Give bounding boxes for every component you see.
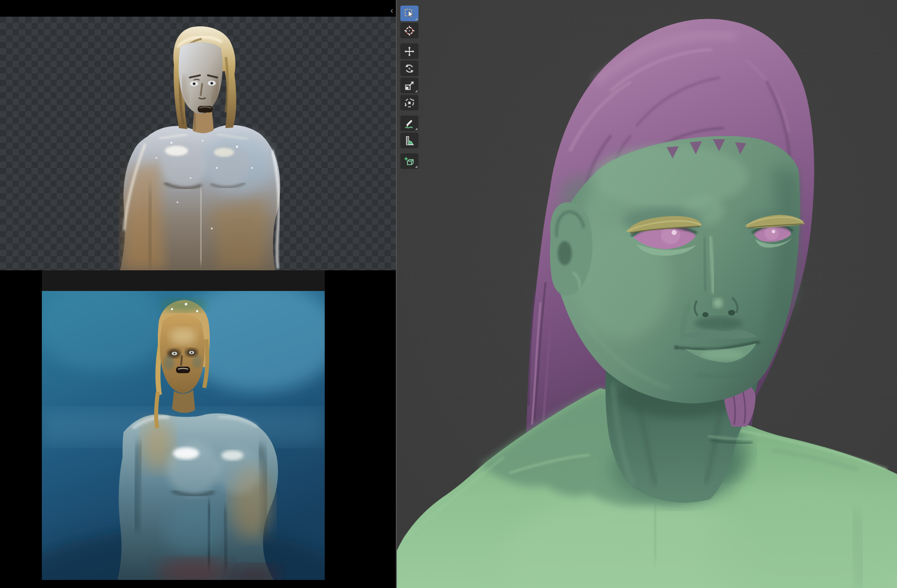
scale-icon bbox=[404, 80, 415, 91]
reference-image-render bbox=[0, 17, 396, 270]
chrome-render-figure bbox=[0, 17, 396, 270]
measure-icon bbox=[404, 135, 415, 146]
panel-collapse-arrow[interactable]: ‹ bbox=[388, 5, 396, 16]
move-icon bbox=[404, 46, 415, 57]
tool-button-annotate[interactable] bbox=[400, 115, 418, 131]
tool-button-add-cube[interactable] bbox=[400, 153, 418, 169]
sculpt-model bbox=[397, 0, 897, 588]
add-cube-icon bbox=[404, 156, 415, 167]
tool-button-rotate[interactable] bbox=[400, 61, 418, 76]
reference-panel: ‹ bbox=[0, 0, 396, 588]
cursor-icon bbox=[404, 25, 415, 36]
app-window: ‹ bbox=[0, 0, 897, 588]
select-box-icon bbox=[404, 8, 415, 19]
tool-button-tweak-select[interactable] bbox=[400, 6, 418, 21]
tool-button-cursor[interactable] bbox=[400, 23, 418, 38]
tool-button-measure[interactable] bbox=[400, 133, 418, 148]
reference-photo-frame bbox=[42, 270, 325, 291]
rotate-icon bbox=[404, 63, 415, 74]
tool-button-transform[interactable] bbox=[400, 95, 418, 110]
reference-image-photo bbox=[42, 291, 325, 580]
annotate-icon bbox=[404, 118, 415, 129]
chrome-photo-figure bbox=[42, 291, 325, 580]
viewport-3d[interactable] bbox=[397, 0, 897, 588]
toolbar bbox=[400, 6, 418, 169]
tool-button-scale[interactable] bbox=[400, 78, 418, 93]
tool-button-move[interactable] bbox=[400, 43, 418, 59]
transform-icon bbox=[404, 97, 415, 108]
